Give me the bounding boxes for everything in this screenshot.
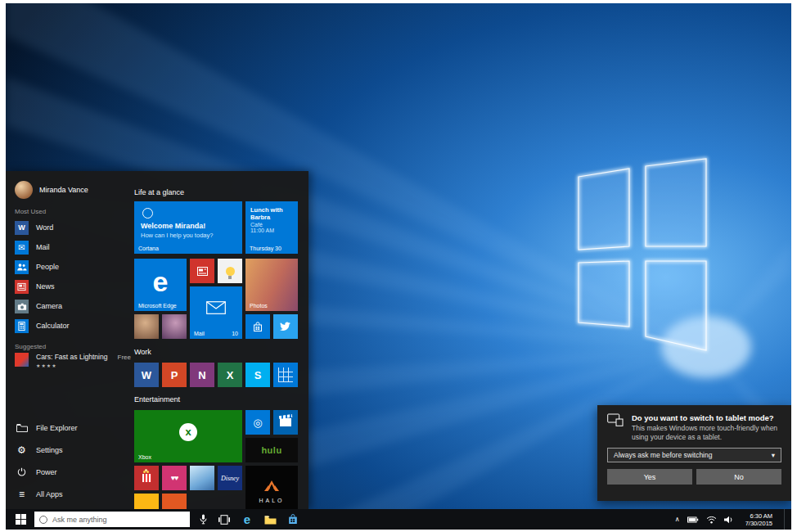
tile-excel[interactable]: X <box>218 363 242 387</box>
power-item[interactable]: Power <box>15 461 128 483</box>
all-apps-item[interactable]: ≡ All Apps <box>15 483 128 505</box>
tablet-mode-dropdown[interactable]: Always ask me before switching ▾ <box>607 448 781 462</box>
settings-item[interactable]: ⚙ Settings <box>15 439 128 461</box>
tile-hulu[interactable]: hulu <box>245 438 298 462</box>
search-input[interactable]: Ask me anything <box>34 512 190 527</box>
tile-onenote[interactable]: N <box>190 363 214 387</box>
tile-hearts[interactable]: ♥♥ <box>162 466 187 490</box>
desktop: Miranda Vance Most Used W Word ✉ Mail Pe… <box>6 3 791 530</box>
word-icon: W <box>134 363 159 387</box>
start-menu: Miranda Vance Most Used W Word ✉ Mail Pe… <box>6 171 308 509</box>
onenote-icon: N <box>190 363 214 387</box>
tile-mail[interactable]: Mail 10 <box>190 286 242 339</box>
word-icon: W <box>15 221 29 235</box>
group-title-life: Life at a glance <box>134 188 184 196</box>
chevron-up-icon: ∧ <box>675 516 680 523</box>
most-used-item-word[interactable]: W Word <box>15 218 133 237</box>
tile-calendar[interactable]: Lunch with Barbra Café 11:00 AM Thursday… <box>245 201 298 254</box>
tile-photos[interactable]: Photos <box>245 259 298 311</box>
tile-halo[interactable]: HALO <box>245 466 298 509</box>
edge-icon: e <box>244 513 250 525</box>
suggested-app[interactable]: Cars: Fast as Lightning ★★★★ Free <box>15 353 133 368</box>
folder-icon <box>15 421 29 435</box>
tile-store[interactable] <box>245 314 270 339</box>
most-used-item-camera[interactable]: Camera <box>15 296 133 316</box>
microphone-button[interactable] <box>193 509 213 530</box>
camera-icon <box>15 300 29 313</box>
calculator-icon <box>15 319 29 333</box>
people-icon <box>15 260 29 274</box>
most-used-item-calculator[interactable]: Calculator <box>15 316 133 336</box>
tiles-pane: Life at a glance Welcome Miranda! How ca… <box>134 171 308 509</box>
item-label: Settings <box>36 446 63 454</box>
battery-button[interactable] <box>687 509 699 530</box>
tile-skype[interactable]: S <box>245 363 270 387</box>
tile-partial-2[interactable] <box>162 494 187 509</box>
tile-powerpoint[interactable]: P <box>162 363 187 387</box>
item-label: Power <box>36 468 57 476</box>
tile-disney[interactable]: Disney <box>218 466 242 490</box>
network-button[interactable] <box>706 509 717 530</box>
skype-icon: S <box>245 363 270 387</box>
volume-icon <box>724 516 734 524</box>
file-explorer-item[interactable]: File Explorer <box>15 417 128 439</box>
tile-news[interactable] <box>190 259 214 283</box>
group-title-entertainment: Entertainment <box>134 395 180 404</box>
tile-popcorn[interactable] <box>134 466 159 490</box>
mail-icon: ✉ <box>15 241 29 255</box>
tile-spreadsheet-grid[interactable] <box>273 363 298 387</box>
tile-microsoft-edge[interactable]: e Microsoft Edge <box>134 259 187 311</box>
start-button[interactable] <box>8 509 33 530</box>
tile-tips[interactable] <box>218 259 242 283</box>
item-label: Calculator <box>36 322 70 330</box>
mail-envelope-icon <box>206 301 226 318</box>
tile-contact-photo-1[interactable] <box>134 314 159 339</box>
calendar-time: 11:00 AM <box>250 228 293 233</box>
most-used-item-mail[interactable]: ✉ Mail <box>15 237 133 257</box>
tray-chevron-up-button[interactable]: ∧ <box>675 509 680 530</box>
item-label: News <box>36 282 55 291</box>
tile-frozen[interactable] <box>190 466 214 490</box>
mail-unread-badge: 10 <box>232 331 238 336</box>
tile-movies-tv[interactable] <box>273 410 298 435</box>
item-label: Mail <box>36 243 50 251</box>
edge-taskbar-button[interactable]: e <box>236 509 259 530</box>
tablet-mode-notification: Do you want to switch to tablet mode? Th… <box>597 405 791 501</box>
item-label: Word <box>36 223 53 232</box>
halo-emblem-icon <box>263 480 281 495</box>
tile-word[interactable]: W <box>134 363 159 387</box>
search-placeholder: Ask me anything <box>52 516 107 524</box>
most-used-item-news[interactable]: News <box>15 277 133 296</box>
user-name: Miranda Vance <box>39 186 88 194</box>
excel-icon: X <box>218 363 242 387</box>
task-view-button[interactable] <box>213 509 236 530</box>
popcorn-icon <box>134 466 159 490</box>
hearts-icon: ♥♥ <box>162 466 187 490</box>
volume-button[interactable] <box>724 509 734 530</box>
clock[interactable]: 6:30 AM 7/30/2015 <box>741 512 777 527</box>
user-account-button[interactable]: Miranda Vance <box>15 179 133 201</box>
show-desktop-button[interactable] <box>784 509 788 530</box>
yes-button[interactable]: Yes <box>607 469 692 485</box>
tile-cortana[interactable]: Welcome Miranda! How can I help you toda… <box>134 201 242 254</box>
tile-groove-music[interactable]: ◎ <box>245 410 270 435</box>
toast-title: Do you want to switch to tablet mode? <box>632 413 781 422</box>
tile-partial-1[interactable] <box>134 494 159 509</box>
groove-circle-icon: ◎ <box>245 410 270 435</box>
store-taskbar-button[interactable] <box>281 509 304 530</box>
clock-date: 7/30/2015 <box>745 520 772 527</box>
tile-label: Thursday 30 <box>250 246 281 251</box>
tile-twitter[interactable] <box>273 314 298 339</box>
tile-label: Microsoft Edge <box>138 303 177 309</box>
clapperboard-icon <box>273 410 298 435</box>
tile-xbox[interactable]: x Xbox <box>134 410 242 462</box>
twitter-bird-icon <box>273 314 298 339</box>
most-used-item-people[interactable]: People <box>15 257 133 277</box>
system-tray: ∧ 6:30 AM 7/30/2015 <box>675 509 791 530</box>
file-explorer-taskbar-button[interactable] <box>259 509 281 530</box>
tile-label: Photos <box>250 303 268 309</box>
item-label: All Apps <box>36 490 63 498</box>
folder-icon <box>264 515 277 525</box>
tile-contact-photo-2[interactable] <box>162 314 187 339</box>
no-button[interactable]: No <box>696 469 781 485</box>
